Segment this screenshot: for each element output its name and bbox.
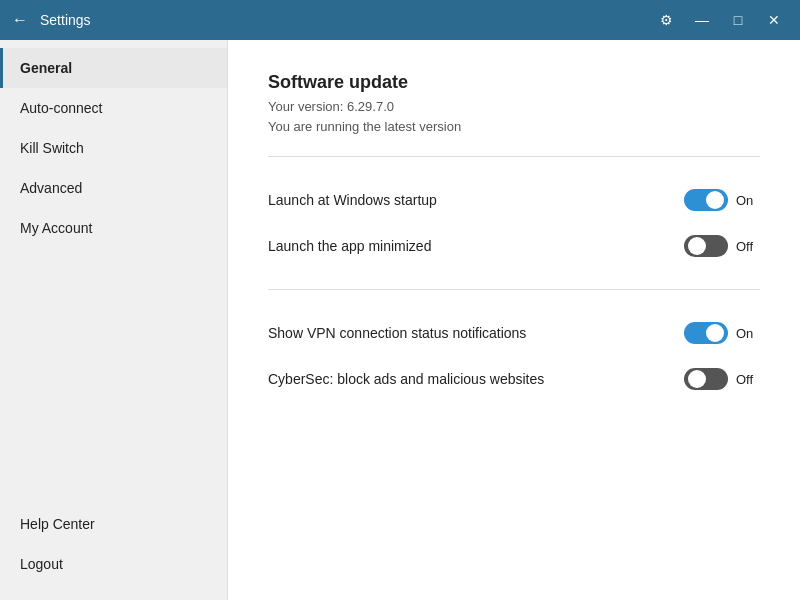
sidebar-bottom: Help Center Logout: [0, 504, 227, 600]
divider-2: [268, 289, 760, 290]
toggle-cybersec[interactable]: [684, 368, 728, 390]
sidebar-item-advanced[interactable]: Advanced: [0, 168, 227, 208]
toggle-thumb-vpn-notifications: [706, 324, 724, 342]
setting-label-vpn-notifications: Show VPN connection status notifications: [268, 325, 526, 341]
toggle-vpn-notifications[interactable]: [684, 322, 728, 344]
software-status: You are running the latest version: [268, 117, 760, 137]
maximize-icon: □: [734, 12, 742, 28]
gear-button[interactable]: ⚙: [652, 6, 680, 34]
back-icon: ←: [12, 11, 28, 28]
setting-label-launch-minimized: Launch the app minimized: [268, 238, 431, 254]
sidebar-item-general[interactable]: General: [0, 48, 227, 88]
toggle-state-launch-startup: On: [736, 193, 760, 208]
sidebar-item-label: General: [20, 60, 72, 76]
toggle-thumb-cybersec: [688, 370, 706, 388]
maximize-button[interactable]: □: [724, 6, 752, 34]
setting-row-launch-minimized: Launch the app minimized Off: [268, 223, 760, 269]
divider-1: [268, 156, 760, 157]
titlebar-title: Settings: [40, 12, 91, 28]
main-content: Software update Your version: 6.29.7.0 Y…: [228, 40, 800, 600]
gear-icon: ⚙: [660, 12, 673, 28]
toggle-group-launch-startup: On: [684, 189, 760, 211]
sidebar-item-my-account[interactable]: My Account: [0, 208, 227, 248]
sidebar-item-label: Kill Switch: [20, 140, 84, 156]
setting-row-vpn-notifications: Show VPN connection status notifications…: [268, 310, 760, 356]
toggle-launch-startup[interactable]: [684, 189, 728, 211]
app-body: General Auto-connect Kill Switch Advance…: [0, 40, 800, 600]
minimize-button[interactable]: —: [688, 6, 716, 34]
setting-row-launch-startup: Launch at Windows startup On: [268, 177, 760, 223]
minimize-icon: —: [695, 12, 709, 28]
toggle-state-cybersec: Off: [736, 372, 760, 387]
titlebar-controls: ⚙ — □ ✕: [652, 6, 788, 34]
sidebar-item-kill-switch[interactable]: Kill Switch: [0, 128, 227, 168]
sidebar-nav: General Auto-connect Kill Switch Advance…: [0, 48, 227, 504]
sidebar-item-label: Auto-connect: [20, 100, 103, 116]
toggle-state-vpn-notifications: On: [736, 326, 760, 341]
sidebar-item-label: My Account: [20, 220, 92, 236]
toggle-group-launch-minimized: Off: [684, 235, 760, 257]
software-update-title: Software update: [268, 72, 760, 93]
software-version: Your version: 6.29.7.0: [268, 97, 760, 117]
sidebar-item-auto-connect[interactable]: Auto-connect: [0, 88, 227, 128]
software-update-section: Software update Your version: 6.29.7.0 Y…: [268, 72, 760, 136]
sidebar: General Auto-connect Kill Switch Advance…: [0, 40, 228, 600]
toggle-thumb-launch-minimized: [688, 237, 706, 255]
sidebar-item-help-center[interactable]: Help Center: [0, 504, 227, 544]
titlebar: ← Settings ⚙ — □ ✕: [0, 0, 800, 40]
toggle-group-cybersec: Off: [684, 368, 760, 390]
sidebar-item-label: Logout: [20, 556, 63, 572]
setting-row-cybersec: CyberSec: block ads and malicious websit…: [268, 356, 760, 402]
toggle-state-launch-minimized: Off: [736, 239, 760, 254]
setting-label-cybersec: CyberSec: block ads and malicious websit…: [268, 371, 544, 387]
setting-label-launch-startup: Launch at Windows startup: [268, 192, 437, 208]
toggle-thumb-launch-startup: [706, 191, 724, 209]
sidebar-item-logout[interactable]: Logout: [0, 544, 227, 584]
titlebar-left: ← Settings: [12, 11, 91, 29]
toggle-launch-minimized[interactable]: [684, 235, 728, 257]
close-icon: ✕: [768, 12, 780, 28]
close-button[interactable]: ✕: [760, 6, 788, 34]
toggle-group-vpn-notifications: On: [684, 322, 760, 344]
sidebar-item-label: Advanced: [20, 180, 82, 196]
back-button[interactable]: ←: [12, 11, 28, 29]
sidebar-item-label: Help Center: [20, 516, 95, 532]
